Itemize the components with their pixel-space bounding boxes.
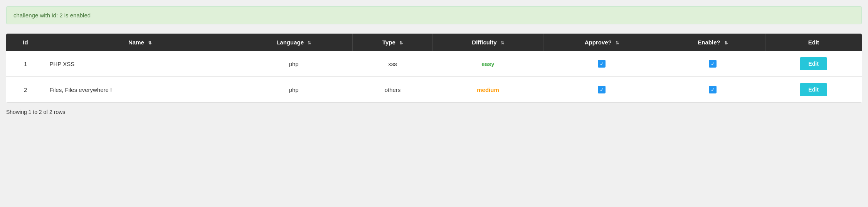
- showing-label: Showing 1 to 2 of 2 rows: [6, 109, 65, 115]
- cell-difficulty: medium: [432, 77, 543, 103]
- difficulty-sort-icon: ⇅: [501, 41, 504, 46]
- col-type[interactable]: Type ⇅: [353, 34, 432, 51]
- difficulty-value: medium: [477, 87, 499, 93]
- col-enable[interactable]: Enable? ⇅: [660, 34, 765, 51]
- difficulty-value: easy: [481, 61, 494, 67]
- approve-checkbox[interactable]: ✓: [598, 60, 606, 68]
- enable-sort-icon: ⇅: [724, 41, 728, 46]
- cell-approve[interactable]: ✓: [543, 77, 660, 103]
- col-name[interactable]: Name ⇅: [45, 34, 235, 51]
- cell-language: php: [235, 51, 353, 77]
- table-footer: Showing 1 to 2 of 2 rows: [6, 109, 862, 115]
- alert-message: challenge with id: 2 is enabled: [13, 12, 91, 19]
- type-sort-icon: ⇅: [399, 41, 403, 46]
- table-header: Id Name ⇅ Language ⇅ Type ⇅ Difficulty ⇅: [6, 34, 862, 51]
- cell-id: 1: [6, 51, 45, 77]
- header-row: Id Name ⇅ Language ⇅ Type ⇅ Difficulty ⇅: [6, 34, 862, 51]
- approve-sort-icon: ⇅: [616, 41, 619, 46]
- enable-checkbox[interactable]: ✓: [709, 60, 717, 68]
- name-sort-icon: ⇅: [148, 41, 151, 46]
- enable-checkbox[interactable]: ✓: [709, 86, 717, 93]
- challenges-table: Id Name ⇅ Language ⇅ Type ⇅ Difficulty ⇅: [6, 34, 862, 103]
- table-row: 2Files, Files everywhere !phpothersmediu…: [6, 77, 862, 103]
- cell-id: 2: [6, 77, 45, 103]
- cell-approve[interactable]: ✓: [543, 51, 660, 77]
- col-id: Id: [6, 34, 45, 51]
- cell-enable[interactable]: ✓: [660, 51, 765, 77]
- col-edit: Edit: [765, 34, 862, 51]
- edit-button[interactable]: Edit: [800, 83, 827, 96]
- cell-type: others: [353, 77, 432, 103]
- cell-name: PHP XSS: [45, 51, 235, 77]
- language-sort-icon: ⇅: [308, 41, 311, 46]
- col-approve[interactable]: Approve? ⇅: [543, 34, 660, 51]
- edit-button[interactable]: Edit: [800, 57, 827, 70]
- cell-enable[interactable]: ✓: [660, 77, 765, 103]
- table-row: 1PHP XSSphpxsseasy✓✓Edit: [6, 51, 862, 77]
- cell-edit[interactable]: Edit: [765, 77, 862, 103]
- cell-type: xss: [353, 51, 432, 77]
- challenges-table-wrapper: Id Name ⇅ Language ⇅ Type ⇅ Difficulty ⇅: [6, 34, 862, 103]
- success-alert: challenge with id: 2 is enabled: [6, 6, 862, 24]
- col-difficulty[interactable]: Difficulty ⇅: [432, 34, 543, 51]
- cell-language: php: [235, 77, 353, 103]
- col-language[interactable]: Language ⇅: [235, 34, 353, 51]
- approve-checkbox[interactable]: ✓: [598, 86, 606, 93]
- cell-difficulty: easy: [432, 51, 543, 77]
- cell-name: Files, Files everywhere !: [45, 77, 235, 103]
- table-body: 1PHP XSSphpxsseasy✓✓Edit2Files, Files ev…: [6, 51, 862, 103]
- cell-edit[interactable]: Edit: [765, 51, 862, 77]
